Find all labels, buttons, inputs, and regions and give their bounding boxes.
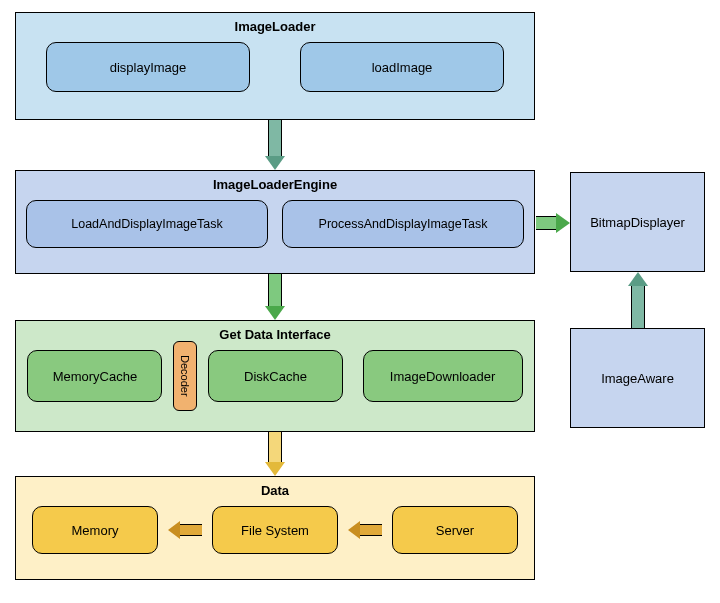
load-image-pill: loadImage	[300, 42, 504, 92]
image-loader-row: displayImage loadImage	[16, 42, 534, 106]
disk-cache-pill: DiskCache	[208, 350, 343, 402]
arrow-imageaware-to-bitmap	[628, 272, 648, 328]
memory-cache-pill: MemoryCache	[27, 350, 162, 402]
get-data-title: Get Data Interface	[219, 321, 330, 350]
bitmap-displayer-box: BitmapDisplayer	[570, 172, 705, 272]
get-data-row: MemoryCache Decoder DiskCache ImageDownl…	[16, 350, 534, 425]
image-loader-box: ImageLoader displayImage loadImage	[15, 12, 535, 120]
memory-pill: Memory	[32, 506, 158, 554]
image-aware-label: ImageAware	[601, 371, 674, 386]
display-image-pill: displayImage	[46, 42, 250, 92]
engine-row: LoadAndDisplayImageTask ProcessAndDispla…	[16, 200, 534, 262]
load-display-task-pill: LoadAndDisplayImageTask	[26, 200, 268, 248]
arrow-filesystem-to-memory	[168, 521, 202, 539]
decoder-pill: Decoder	[173, 341, 197, 411]
engine-box: ImageLoaderEngine LoadAndDisplayImageTas…	[15, 170, 535, 274]
arrow-loader-to-engine	[265, 120, 285, 170]
engine-title: ImageLoaderEngine	[213, 171, 337, 200]
get-data-box: Get Data Interface MemoryCache Decoder D…	[15, 320, 535, 432]
arrow-getdata-to-data	[265, 432, 285, 476]
arrow-server-to-filesystem	[348, 521, 382, 539]
process-display-task-pill: ProcessAndDisplayImageTask	[282, 200, 524, 248]
bitmap-displayer-label: BitmapDisplayer	[590, 215, 685, 230]
image-downloader-pill: ImageDownloader	[363, 350, 523, 402]
arrow-engine-to-getdata	[265, 274, 285, 320]
image-loader-title: ImageLoader	[235, 13, 316, 42]
data-box: Data Memory File System Server	[15, 476, 535, 580]
data-title: Data	[261, 477, 289, 506]
arrow-engine-to-bitmap	[536, 213, 570, 233]
image-aware-box: ImageAware	[570, 328, 705, 428]
server-pill: Server	[392, 506, 518, 554]
file-system-pill: File System	[212, 506, 338, 554]
data-row: Memory File System Server	[16, 506, 534, 568]
